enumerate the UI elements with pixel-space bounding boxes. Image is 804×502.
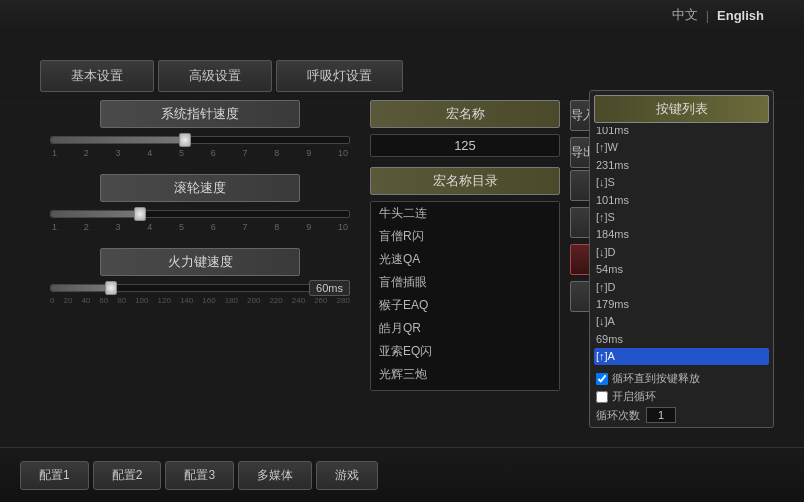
hotkey-list-item[interactable]: 54ms — [594, 261, 769, 278]
hotkey-list-item[interactable]: 179ms — [594, 296, 769, 313]
tab-basic[interactable]: 基本设置 — [40, 60, 154, 92]
lang-english[interactable]: English — [717, 8, 764, 23]
hotkey-list-item[interactable]: [↓]S — [594, 174, 769, 191]
hotkey-list-item[interactable]: 231ms — [594, 157, 769, 174]
open-loop-checkbox[interactable] — [596, 391, 608, 403]
scroll-speed-track[interactable] — [50, 210, 350, 218]
lang-separator: | — [706, 8, 709, 23]
fire-ms-row: 60ms — [50, 284, 350, 292]
macro-name-label: 宏名称 — [370, 100, 560, 128]
fire-speed-marks: 020406080100120140160180200220240260280 — [50, 296, 350, 305]
bottom-tab-1[interactable]: 配置2 — [93, 461, 162, 490]
hotkey-list-item[interactable]: [↑]S — [594, 209, 769, 226]
bottom-tab-2[interactable]: 配置3 — [165, 461, 234, 490]
macro-list-item[interactable]: 皇子EQ — [371, 386, 559, 391]
lang-chinese[interactable]: 中文 — [672, 6, 698, 24]
macro-list-item[interactable]: 光速QA — [371, 248, 559, 271]
hotkey-panel: 按键列表 101ms[↑]W231ms[↓]S101ms[↑]S184ms[↓]… — [589, 90, 774, 428]
fire-speed-thumb[interactable] — [105, 281, 117, 295]
fire-speed-section: 火力键速度 60ms 02040608010012014016018020022… — [40, 248, 360, 305]
macro-list[interactable]: 牛头二连盲僧R闪光速QA盲僧插眼猴子EAQ皓月QR亚索EQ闪光辉三炮皇子EQ流浪… — [370, 201, 560, 391]
scroll-speed-label: 滚轮速度 — [100, 174, 300, 202]
hotkey-count-row: 循环次数 — [596, 407, 767, 423]
bottom-tab-3[interactable]: 多媒体 — [238, 461, 312, 490]
macro-list-item[interactable]: 皓月QR — [371, 317, 559, 340]
pointer-speed-marks: 12345678910 — [50, 148, 350, 158]
macro-name-input[interactable] — [370, 134, 560, 157]
bottom-tab-0[interactable]: 配置1 — [20, 461, 89, 490]
hotkey-list-item[interactable]: 101ms — [594, 127, 769, 139]
pointer-speed-fill — [51, 137, 185, 143]
loop-label: 循环直到按键释放 — [612, 371, 700, 386]
macro-list-item[interactable]: 光辉三炮 — [371, 363, 559, 386]
loop-checkbox-row: 循环直到按键释放 — [596, 371, 767, 386]
pointer-speed-thumb[interactable] — [179, 133, 191, 147]
hotkey-options: 循环直到按键释放 开启循环 循环次数 — [590, 367, 773, 427]
loop-checkbox[interactable] — [596, 373, 608, 385]
pointer-speed-label: 系统指针速度 — [100, 100, 300, 128]
open-loop-checkbox-row: 开启循环 — [596, 389, 767, 404]
hotkey-list-item[interactable]: 101ms — [594, 192, 769, 209]
fire-ms-badge: 60ms — [309, 280, 350, 296]
fire-speed-slider-container: 60ms 02040608010012014016018020022024026… — [40, 284, 360, 305]
fire-speed-track[interactable] — [50, 284, 350, 292]
macro-list-item[interactable]: 猴子EAQ — [371, 294, 559, 317]
left-panel: 系统指针速度 12345678910 滚轮速度 12345678910 火力键速… — [40, 100, 360, 321]
pointer-speed-slider-container: 12345678910 — [40, 136, 360, 158]
hotkey-title: 按键列表 — [594, 95, 769, 123]
hotkey-list-item[interactable]: [↑]W — [594, 139, 769, 156]
hotkey-list-item[interactable]: [↑]A — [594, 348, 769, 365]
tab-advanced[interactable]: 高级设置 — [158, 60, 272, 92]
fire-speed-label: 火力键速度 — [100, 248, 300, 276]
count-label: 循环次数 — [596, 408, 640, 423]
macro-dir-label: 宏名称目录 — [370, 167, 560, 195]
bottom-tabs: 配置1配置2配置3多媒体游戏 — [0, 447, 804, 502]
macro-list-item[interactable]: 盲僧插眼 — [371, 271, 559, 294]
pointer-speed-track[interactable] — [50, 136, 350, 144]
scroll-speed-slider-container: 12345678910 — [40, 210, 360, 232]
macro-list-item[interactable]: 盲僧R闪 — [371, 225, 559, 248]
bottom-tab-4[interactable]: 游戏 — [316, 461, 378, 490]
macro-list-item[interactable]: 亚索EQ闪 — [371, 340, 559, 363]
scroll-speed-marks: 12345678910 — [50, 222, 350, 232]
open-loop-label: 开启循环 — [612, 389, 656, 404]
fire-speed-fill — [51, 285, 111, 291]
main-content: 系统指针速度 12345678910 滚轮速度 12345678910 火力键速… — [40, 100, 774, 442]
scroll-speed-thumb[interactable] — [134, 207, 146, 221]
language-bar: 中文 | English — [0, 0, 804, 30]
hotkey-list[interactable]: 101ms[↑]W231ms[↓]S101ms[↑]S184ms[↓]D54ms… — [590, 127, 773, 367]
macro-panel: 宏名称 宏名称目录 牛头二连盲僧R闪光速QA盲僧插眼猴子EAQ皓月QR亚索EQ闪… — [370, 100, 560, 391]
tab-breathing[interactable]: 呼吸灯设置 — [276, 60, 403, 92]
main-tabs: 基本设置 高级设置 呼吸灯设置 — [40, 60, 403, 92]
count-input[interactable] — [646, 407, 676, 423]
hotkey-list-item[interactable]: [↑]D — [594, 279, 769, 296]
hotkey-list-item[interactable]: 69ms — [594, 331, 769, 348]
hotkey-list-item[interactable]: 184ms — [594, 226, 769, 243]
hotkey-list-item[interactable]: [↓]D — [594, 244, 769, 261]
scroll-speed-fill — [51, 211, 140, 217]
macro-list-item[interactable]: 牛头二连 — [371, 202, 559, 225]
hotkey-list-item[interactable]: [↓]A — [594, 313, 769, 330]
